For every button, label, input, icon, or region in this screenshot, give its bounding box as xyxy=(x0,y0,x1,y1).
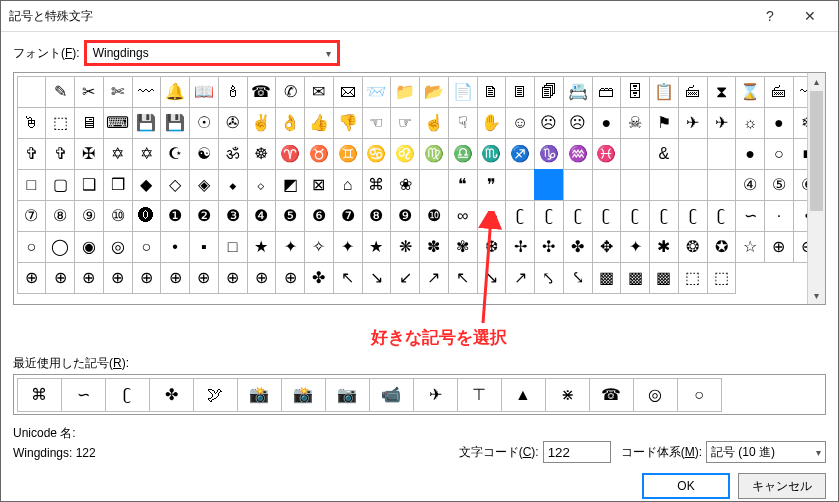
symbol-cell[interactable]: ✤ xyxy=(304,262,334,294)
symbol-cell[interactable]: ↖ xyxy=(333,262,363,294)
symbol-cell[interactable]: ʗ xyxy=(620,200,650,232)
symbol-cell[interactable]: ʗ xyxy=(534,200,564,232)
symbol-cell[interactable]: ↗ xyxy=(505,262,535,294)
symbol-cell[interactable]: 🖮 xyxy=(764,76,794,108)
symbol-cell[interactable]: ∞ xyxy=(448,200,478,232)
symbol-cell[interactable]: ❹ xyxy=(247,200,277,232)
recent-symbol-cell[interactable]: 🕊 xyxy=(193,378,238,412)
recent-symbol-cell[interactable]: ○ xyxy=(677,378,722,412)
symbol-cell[interactable]: ◩ xyxy=(275,169,305,201)
symbol-cell[interactable]: ❑ xyxy=(74,169,104,201)
symbol-cell[interactable]: ✧ xyxy=(304,231,334,263)
recent-symbol-cell[interactable]: ▲ xyxy=(501,378,546,412)
symbol-cell[interactable]: ♑ xyxy=(534,138,564,170)
symbol-cell[interactable]: □ xyxy=(218,231,248,263)
help-button[interactable]: ? xyxy=(750,1,790,31)
symbol-cell[interactable]: ⊕ xyxy=(218,262,248,294)
recent-symbol-cell[interactable]: 📸 xyxy=(237,378,282,412)
symbol-cell[interactable]: ❂ xyxy=(678,231,708,263)
symbol-cell[interactable]: ● xyxy=(592,107,622,139)
symbol-cell[interactable]: 💾 xyxy=(160,107,190,139)
symbol-cell[interactable]: ♋ xyxy=(362,138,392,170)
symbol-cell[interactable]: ↙ xyxy=(390,262,420,294)
symbol-grid[interactable]: ✎✂✄〰🔔📖🕯☎✆✉🖂📨📁📂📄🗎🗏🗐📇🗃🗄📋🖮⧗⌛🖮〰🖰⬚🖥⌨💾💾☉✇✌👌👍👎☜… xyxy=(17,76,822,293)
symbol-cell[interactable]: ⚑ xyxy=(649,107,679,139)
symbol-cell[interactable] xyxy=(620,138,650,170)
recent-symbol-cell[interactable]: 📸 xyxy=(281,378,326,412)
symbol-cell[interactable]: ❷ xyxy=(189,200,219,232)
symbol-cell[interactable]: ⑩ xyxy=(103,200,133,232)
vertical-scrollbar[interactable]: ▴ ▾ xyxy=(807,73,825,304)
symbol-cell[interactable]: ✪ xyxy=(707,231,737,263)
font-select[interactable]: Wingdings ▾ xyxy=(84,40,340,66)
symbol-cell[interactable]: ✦ xyxy=(275,231,305,263)
symbol-cell[interactable]: ☺ xyxy=(505,107,535,139)
symbol-cell[interactable]: 👌 xyxy=(275,107,305,139)
symbol-cell[interactable]: ⊕ xyxy=(103,262,133,294)
symbol-cell[interactable]: ✈ xyxy=(707,107,737,139)
symbol-cell[interactable] xyxy=(505,169,535,201)
symbol-cell[interactable]: ● xyxy=(735,138,765,170)
symbol-cell[interactable]: ✆ xyxy=(275,76,305,108)
symbol-cell[interactable]: ○ xyxy=(17,231,47,263)
symbol-cell[interactable]: ⬦ xyxy=(247,169,277,201)
symbol-cell[interactable]: ♏ xyxy=(477,138,507,170)
symbol-cell[interactable]: ○ xyxy=(132,231,162,263)
symbol-cell[interactable]: ⌨ xyxy=(103,107,133,139)
symbol-cell[interactable]: ☆ xyxy=(735,231,765,263)
recent-symbol-cell[interactable]: ✤ xyxy=(149,378,194,412)
symbol-cell[interactable]: ◯ xyxy=(45,231,75,263)
symbol-cell[interactable]: ✉ xyxy=(304,76,334,108)
symbol-cell[interactable]: 👍 xyxy=(304,107,334,139)
symbol-cell[interactable]: ʗ xyxy=(505,200,535,232)
scroll-thumb[interactable] xyxy=(810,91,823,211)
recent-symbol-cell[interactable]: ∽ xyxy=(61,378,106,412)
symbol-cell[interactable]: ☞ xyxy=(390,107,420,139)
symbol-cell[interactable]: ✽ xyxy=(419,231,449,263)
symbol-cell[interactable]: ● xyxy=(764,107,794,139)
symbol-cell[interactable]: ❞ xyxy=(477,169,507,201)
symbol-cell[interactable]: ❻ xyxy=(304,200,334,232)
symbol-cell[interactable]: ✣ xyxy=(534,231,564,263)
symbol-cell[interactable]: ʗ xyxy=(678,200,708,232)
symbol-cell[interactable]: 🗄 xyxy=(620,76,650,108)
symbol-cell[interactable] xyxy=(419,169,449,201)
symbol-cell[interactable]: ♍ xyxy=(419,138,449,170)
symbol-cell[interactable]: ☼ xyxy=(735,107,765,139)
symbol-cell[interactable]: ▢ xyxy=(45,169,75,201)
symbol-cell[interactable]: ✞ xyxy=(17,138,47,170)
symbol-cell[interactable]: ❀ xyxy=(390,169,420,201)
symbol-cell[interactable]: ◆ xyxy=(132,169,162,201)
recent-symbol-cell[interactable]: ⋇ xyxy=(545,378,590,412)
symbol-cell[interactable]: ✠ xyxy=(74,138,104,170)
symbol-cell[interactable]: ⊕ xyxy=(764,231,794,263)
symbol-cell[interactable]: ⊕ xyxy=(160,262,190,294)
symbol-cell[interactable]: 📇 xyxy=(563,76,593,108)
symbol-cell[interactable]: 📂 xyxy=(419,76,449,108)
symbol-cell[interactable]: 🖥 xyxy=(74,107,104,139)
symbol-cell[interactable]: ⬚ xyxy=(707,262,737,294)
symbol-cell[interactable]: ✇ xyxy=(218,107,248,139)
symbol-cell[interactable]: 👎 xyxy=(333,107,363,139)
symbol-cell[interactable]: 📄 xyxy=(448,76,478,108)
symbol-cell[interactable]: ♊ xyxy=(333,138,363,170)
symbol-cell[interactable]: 🖂 xyxy=(333,76,363,108)
symbol-cell[interactable]: ✱ xyxy=(649,231,679,263)
cancel-button[interactable]: キャンセル xyxy=(738,473,826,499)
symbol-cell[interactable]: 🖰 xyxy=(17,107,47,139)
symbol-cell[interactable]: ⊕ xyxy=(74,262,104,294)
symbol-cell[interactable]: ☹ xyxy=(563,107,593,139)
symbol-cell[interactable]: ⊠ xyxy=(304,169,334,201)
symbol-cell[interactable]: ↗ xyxy=(419,262,449,294)
symbol-cell[interactable]: ✄ xyxy=(103,76,133,108)
symbol-cell[interactable]: ✥ xyxy=(592,231,622,263)
symbol-cell[interactable]: ☟ xyxy=(448,107,478,139)
symbol-cell[interactable]: ♎ xyxy=(448,138,478,170)
recent-symbol-cell[interactable]: 📷 xyxy=(325,378,370,412)
symbol-cell[interactable]: ▩ xyxy=(649,262,679,294)
symbol-cell[interactable]: · xyxy=(764,200,794,232)
symbol-cell[interactable]: ⊕ xyxy=(132,262,162,294)
symbol-cell[interactable]: ❆ xyxy=(477,231,507,263)
symbol-cell[interactable]: ★ xyxy=(362,231,392,263)
scroll-down-button[interactable]: ▾ xyxy=(808,287,825,304)
